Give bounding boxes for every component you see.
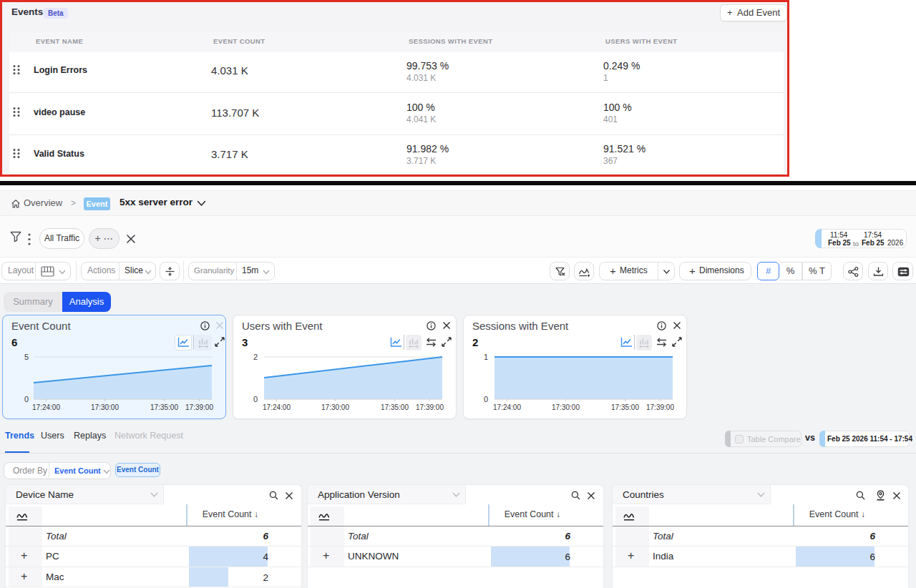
svg-text:1: 1 bbox=[484, 353, 488, 361]
svg-text:17:35:00: 17:35:00 bbox=[611, 403, 639, 411]
svg-text:17:39:00: 17:39:00 bbox=[416, 403, 444, 411]
svg-text:17:30:00: 17:30:00 bbox=[552, 403, 580, 411]
svg-text:5: 5 bbox=[24, 353, 29, 361]
svg-text:17:30:00: 17:30:00 bbox=[91, 403, 119, 411]
svg-text:17:24:00: 17:24:00 bbox=[493, 403, 521, 411]
svg-text:17:35:00: 17:35:00 bbox=[381, 403, 409, 411]
svg-text:17:39:00: 17:39:00 bbox=[646, 403, 674, 411]
svg-text:17:24:00: 17:24:00 bbox=[32, 403, 60, 411]
svg-text:17:30:00: 17:30:00 bbox=[321, 403, 349, 411]
svg-text:0: 0 bbox=[24, 395, 29, 403]
svg-text:0: 0 bbox=[484, 395, 488, 403]
svg-text:17:24:00: 17:24:00 bbox=[263, 403, 291, 411]
svg-text:2: 2 bbox=[253, 353, 258, 361]
svg-text:17:35:00: 17:35:00 bbox=[150, 403, 178, 411]
svg-text:17:39:00: 17:39:00 bbox=[185, 403, 213, 411]
svg-text:0: 0 bbox=[253, 395, 258, 403]
